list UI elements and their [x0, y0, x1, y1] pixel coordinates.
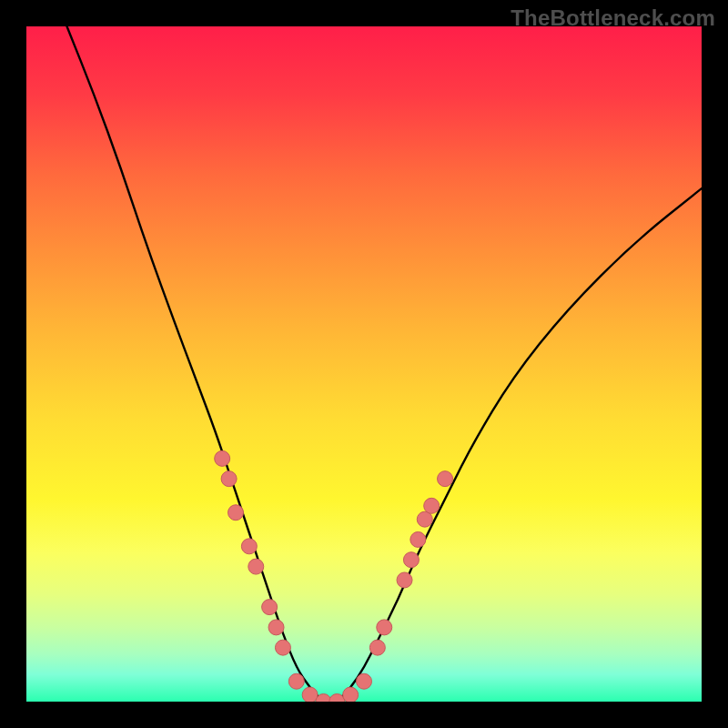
- data-point: [377, 620, 392, 635]
- data-point: [275, 640, 290, 655]
- watermark-text: TheBottleneck.com: [511, 5, 715, 31]
- data-point: [248, 559, 264, 574]
- data-point: [343, 687, 359, 702]
- curve-left-branch: [67, 26, 324, 702]
- data-point: [403, 552, 419, 568]
- data-point: [357, 673, 372, 689]
- data-point: [228, 505, 244, 521]
- data-point: [417, 511, 432, 527]
- data-point: [410, 531, 426, 547]
- data-point: [438, 471, 453, 487]
- data-point: [424, 498, 440, 513]
- data-point: [241, 539, 257, 554]
- curve-layer: [67, 26, 702, 702]
- data-point: [397, 572, 412, 588]
- data-point: [369, 640, 385, 655]
- outer-frame: TheBottleneck.com: [0, 0, 728, 728]
- data-point: [302, 687, 318, 702]
- chart-svg: [26, 26, 702, 702]
- data-point: [262, 600, 278, 615]
- data-point: [221, 471, 237, 487]
- data-point: [288, 673, 304, 689]
- points-layer: [215, 450, 453, 702]
- data-point: [268, 620, 284, 635]
- data-point: [215, 450, 230, 466]
